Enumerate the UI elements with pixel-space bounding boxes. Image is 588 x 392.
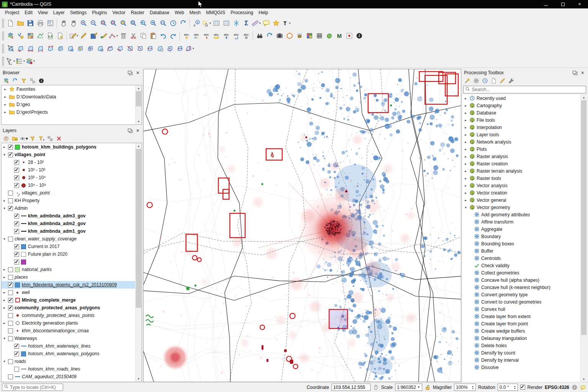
- rotate-label-button[interactable]: abc: [231, 31, 241, 41]
- float-panel-icon[interactable]: [128, 71, 131, 74]
- cut-features-button[interactable]: [128, 31, 138, 41]
- layer-row[interactable]: ▾Admin: [2, 204, 135, 212]
- layer-row[interactable]: khm_fldextenta_gioems_csk_rs2_2013100809: [2, 281, 135, 289]
- map-canvas[interactable]: [143, 69, 461, 382]
- options-button[interactable]: [507, 77, 516, 85]
- expander-icon[interactable]: ▸: [464, 191, 468, 195]
- layer-row[interactable]: 10³ - 10⁴: [2, 174, 135, 181]
- processing-algorithm[interactable]: Boundary: [462, 233, 580, 240]
- processing-group[interactable]: ▸QDatabase: [462, 109, 580, 116]
- zoom-in-button[interactable]: [78, 18, 88, 28]
- map-tips-options-button[interactable]: ▾: [5, 56, 15, 66]
- fill-ring-button[interactable]: [75, 44, 85, 54]
- reshape-features-button[interactable]: [115, 44, 125, 54]
- layer-row[interactable]: khm_admbnda_adm2_gov: [2, 220, 135, 227]
- enable-advanced-digitizing-button[interactable]: [5, 44, 15, 54]
- new-shapefile-layer-button[interactable]: [55, 31, 65, 41]
- expander-icon[interactable]: ▸: [464, 111, 468, 115]
- add-delimited-text-button[interactable]: a,b: [45, 31, 55, 41]
- layer-checkbox[interactable]: [8, 336, 13, 341]
- layer-checkbox[interactable]: [14, 260, 19, 265]
- add-raster-layer-button[interactable]: [25, 31, 35, 41]
- processing-algorithm[interactable]: Densify by count: [462, 349, 580, 356]
- expander-icon[interactable]: ▸: [464, 118, 468, 122]
- expander-icon[interactable]: ▸: [2, 291, 7, 294]
- mmqgis-plugin-button[interactable]: M: [334, 31, 344, 41]
- layer-checkbox[interactable]: [14, 214, 19, 219]
- locate-input[interactable]: [10, 385, 61, 390]
- screenshot-plugin-button[interactable]: [274, 31, 284, 41]
- zoom-last-button[interactable]: [138, 18, 148, 28]
- close-panel-icon[interactable]: ×: [581, 71, 584, 75]
- close-panel-icon[interactable]: ×: [136, 129, 139, 132]
- layers-scrollbar[interactable]: ▲▼: [135, 143, 142, 382]
- about-plugin-button[interactable]: i: [354, 31, 364, 41]
- zoom-to-layer-button[interactable]: [128, 18, 138, 28]
- processing-group[interactable]: ▸QVector analysis: [462, 182, 580, 189]
- messages-icon[interactable]: [580, 384, 586, 390]
- layer-checkbox[interactable]: [14, 229, 19, 234]
- layer-checkbox[interactable]: [14, 344, 19, 349]
- layer-row[interactable]: 28 - 10²: [2, 158, 135, 166]
- new-bookmark-button[interactable]: [271, 18, 281, 28]
- coordinate-input[interactable]: [333, 385, 369, 390]
- float-panel-icon[interactable]: [573, 71, 576, 74]
- layer-checkbox[interactable]: [14, 367, 19, 372]
- processing-algorithm[interactable]: Convert geometry type: [462, 291, 580, 298]
- layer-checkbox[interactable]: [8, 305, 13, 310]
- layer-edit-badge-button[interactable]: ▾: [25, 56, 35, 66]
- expander-icon[interactable]: ▾: [2, 237, 7, 241]
- toolbar-drag-handle[interactable]: [2, 19, 4, 28]
- processing-wand-button[interactable]: [463, 77, 472, 85]
- browser-item[interactable]: ▸D:\geo: [2, 101, 135, 108]
- layout-manager-button[interactable]: [45, 18, 55, 28]
- layer-checkbox[interactable]: [8, 283, 13, 287]
- add-ring-button[interactable]: [55, 44, 65, 54]
- render-checkbox[interactable]: [520, 385, 525, 390]
- highlight-pinned-labels-button[interactable]: abc: [211, 31, 221, 41]
- filter-browser-button[interactable]: [20, 77, 28, 85]
- processing-algorithm[interactable]: Collect geometries: [462, 269, 580, 276]
- menu-plugins[interactable]: Plugins: [89, 9, 109, 16]
- properties-widget-button[interactable]: i: [37, 77, 46, 85]
- layer-checkbox[interactable]: [14, 244, 19, 249]
- move-feature-button[interactable]: [15, 44, 25, 54]
- browser-item[interactable]: ▸Favorites: [2, 85, 135, 93]
- close-button[interactable]: ×: [571, 0, 588, 8]
- minimize-button[interactable]: [537, 0, 554, 8]
- layer-row[interactable]: villages_point: [2, 189, 135, 197]
- toolbar-drag-handle[interactable]: [2, 31, 4, 41]
- redo-button[interactable]: [168, 31, 178, 41]
- layer-checkbox[interactable]: [8, 152, 13, 157]
- processing-group[interactable]: ▸QRaster terrain analysis: [462, 167, 580, 175]
- expander-icon[interactable]: ▸: [464, 96, 468, 100]
- layer-row[interactable]: hotosm_khm_waterways_polygons: [2, 350, 135, 358]
- processing-search-input[interactable]: [472, 87, 584, 92]
- delete-ring-button[interactable]: [85, 44, 95, 54]
- menu-web[interactable]: Web: [172, 9, 186, 16]
- merge-attributes-button[interactable]: [155, 44, 165, 54]
- layer-row[interactable]: ▾roads: [2, 358, 135, 365]
- processing-algorithm[interactable]: Create layer from point: [462, 320, 580, 327]
- processing-scrollbar[interactable]: ▲▼: [580, 95, 587, 382]
- layer-checkbox[interactable]: [8, 359, 13, 364]
- history-button[interactable]: [481, 77, 489, 85]
- processing-group[interactable]: ▾QVector geometry: [462, 204, 580, 211]
- copy-features-button[interactable]: [138, 31, 148, 41]
- expander-icon[interactable]: ▸: [464, 155, 468, 158]
- rotate-point-symbols-button[interactable]: [165, 44, 175, 54]
- processing-algorithm[interactable]: Add geometry attributes: [462, 211, 580, 218]
- layer-row[interactable]: ▸community_protected_areas_polygons: [2, 304, 135, 312]
- edit-in-place-button[interactable]: [498, 77, 507, 85]
- processing-algorithm[interactable]: Delete holes: [462, 342, 580, 349]
- layer-row[interactable]: ▸hotosm_khm_buildings_polygons: [2, 143, 135, 151]
- expander-icon[interactable]: ▸: [3, 95, 7, 99]
- processing-group[interactable]: ▸QPlots: [462, 145, 580, 153]
- toolbar-drag-handle[interactable]: [2, 57, 4, 66]
- expander-icon[interactable]: ▸: [464, 198, 468, 202]
- expander-icon[interactable]: ▸: [3, 87, 7, 91]
- open-attribute-table-button[interactable]: [211, 18, 221, 28]
- metasearch-button[interactable]: [255, 31, 265, 41]
- split-features-button[interactable]: [125, 44, 135, 54]
- layer-row[interactable]: ▾clean_water_supply_coverage: [2, 235, 135, 243]
